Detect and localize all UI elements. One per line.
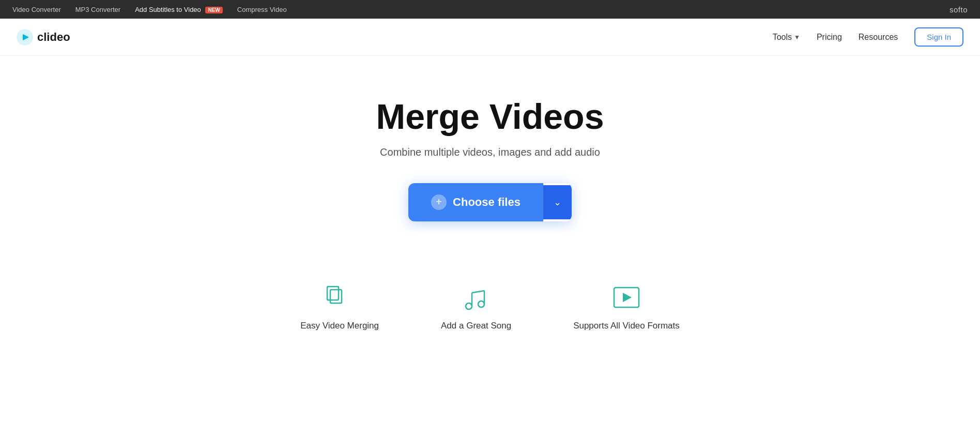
feature-formats: Supports All Video Formats	[573, 283, 680, 331]
svg-point-4	[466, 303, 472, 309]
clideo-logo-icon	[17, 29, 33, 46]
tools-menu[interactable]: Tools ▼	[773, 33, 800, 42]
main-nav: clideo Tools ▼ Pricing Resources Sign In	[0, 19, 980, 56]
feature-merge: Easy Video Merging	[300, 283, 379, 331]
top-bar: Video Converter MP3 Converter Add Subtit…	[0, 0, 980, 19]
feature-music-label: Add a Great Song	[441, 321, 511, 331]
logo-text: clideo	[37, 31, 70, 44]
resources-link[interactable]: Resources	[859, 33, 898, 42]
hero-section: Merge Videos Combine multiple videos, im…	[0, 56, 980, 252]
svg-rect-2	[327, 287, 339, 300]
new-badge: NEW	[205, 7, 222, 13]
svg-line-8	[472, 291, 484, 293]
pricing-link[interactable]: Pricing	[817, 33, 842, 42]
features-section: Easy Video Merging Add a Great Song Supp…	[0, 252, 980, 352]
top-bar-mp3-converter[interactable]: MP3 Converter	[75, 6, 120, 13]
feature-formats-label: Supports All Video Formats	[573, 321, 680, 331]
top-bar-add-subtitles[interactable]: Add Subtitles to Video NEW	[135, 6, 223, 13]
tools-chevron-icon: ▼	[794, 34, 800, 41]
feature-merge-label: Easy Video Merging	[300, 321, 379, 331]
logo[interactable]: clideo	[17, 29, 70, 46]
svg-point-5	[478, 301, 484, 307]
page-title: Merge Videos	[376, 97, 604, 136]
video-formats-icon	[612, 283, 641, 312]
choose-files-button[interactable]: + Choose files	[408, 183, 543, 221]
top-bar-video-converter[interactable]: Video Converter	[12, 6, 61, 13]
nav-right: Tools ▼ Pricing Resources Sign In	[773, 27, 963, 47]
top-bar-brand: softo	[950, 5, 968, 14]
dropdown-chevron-icon: ⌄	[554, 197, 561, 208]
choose-files-dropdown-button[interactable]: ⌄	[543, 185, 572, 219]
plus-circle-icon: +	[431, 194, 447, 210]
merge-icon	[325, 283, 354, 312]
choose-files-wrapper: + Choose files ⌄	[408, 183, 572, 221]
music-icon	[462, 283, 491, 312]
hero-subtitle: Combine multiple videos, images and add …	[380, 146, 600, 158]
top-bar-compress-video[interactable]: Compress Video	[237, 6, 287, 13]
svg-marker-10	[623, 293, 632, 302]
svg-rect-3	[330, 290, 342, 303]
feature-music: Add a Great Song	[441, 283, 511, 331]
sign-in-button[interactable]: Sign In	[914, 27, 963, 47]
